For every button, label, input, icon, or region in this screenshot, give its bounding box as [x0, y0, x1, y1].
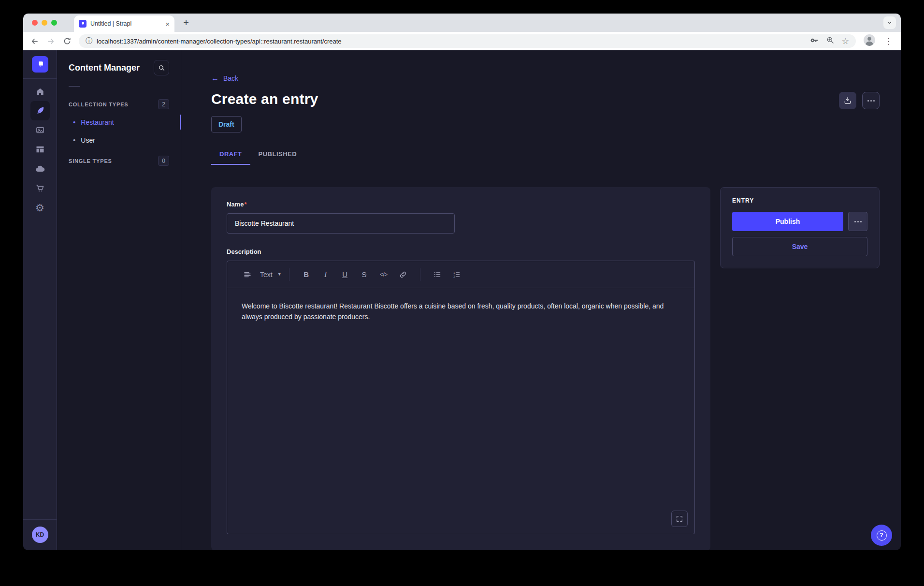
bullet-icon: •	[73, 136, 75, 144]
strapi-app: ⚙ KD Content Manager COLLECTION TYPES 2 …	[23, 50, 901, 550]
forward-nav-icon[interactable]	[46, 37, 56, 46]
name-input[interactable]	[227, 213, 455, 234]
browser-window: Untitled | Strapi × + ⓘ localhost:1337/a…	[23, 14, 901, 550]
link-button[interactable]	[395, 266, 411, 283]
collection-types-count-badge: 2	[158, 99, 169, 109]
save-button[interactable]: Save	[732, 237, 867, 256]
entry-more-button[interactable]	[848, 212, 867, 231]
description-editor: Text ▼ B I U S </>	[227, 261, 695, 534]
back-arrow-icon: ←	[211, 74, 219, 82]
url-text: localhost:1337/admin/content-manager/col…	[97, 38, 342, 45]
toolbar-divider	[420, 268, 420, 281]
search-button[interactable]	[154, 60, 169, 75]
more-dots-icon	[867, 100, 875, 102]
sidebar-item-label: Restaurant	[81, 118, 114, 126]
editor-text: Welcome to Biscotte restaurant! Restaura…	[242, 301, 680, 322]
subnav-title: Content Manager	[69, 63, 140, 73]
user-avatar[interactable]: KD	[32, 527, 48, 543]
browser-tab-strip: Untitled | Strapi × +	[23, 14, 901, 32]
back-link[interactable]: ← Back	[211, 74, 238, 82]
content-manager-subnav: Content Manager COLLECTION TYPES 2 • Res…	[57, 50, 181, 550]
nav-marketplace-cart-icon[interactable]	[30, 178, 50, 198]
bullet-icon: •	[73, 118, 75, 126]
single-types-count-badge: 0	[158, 156, 169, 166]
password-key-icon[interactable]	[809, 36, 819, 47]
editor-content-area[interactable]: Welcome to Biscotte restaurant! Restaura…	[227, 288, 694, 534]
main-nav-rail: ⚙ KD	[23, 50, 57, 550]
browser-tab[interactable]: Untitled | Strapi ×	[74, 15, 174, 32]
bookmark-star-icon[interactable]: ☆	[842, 37, 849, 45]
svg-text:2: 2	[453, 275, 455, 278]
strikethrough-button[interactable]: S	[356, 266, 373, 283]
collection-types-label: COLLECTION TYPES	[69, 102, 128, 107]
expand-editor-button[interactable]	[671, 511, 688, 527]
sidebar-item-restaurant[interactable]: • Restaurant	[69, 113, 169, 131]
strapi-favicon-icon	[79, 20, 87, 28]
page-title: Create an entry	[211, 91, 318, 107]
nav-footer-divider	[23, 519, 57, 520]
nav-home-icon[interactable]	[30, 82, 50, 101]
nav-content-manager-icon[interactable]	[30, 101, 50, 120]
window-controls	[32, 20, 57, 26]
zoom-window-button[interactable]	[51, 20, 57, 26]
back-nav-icon[interactable]	[30, 37, 39, 46]
single-types-label: SINGLE TYPES	[69, 158, 112, 164]
publish-button[interactable]: Publish	[732, 212, 843, 231]
italic-button[interactable]: I	[318, 266, 334, 283]
export-download-button[interactable]	[839, 92, 856, 109]
new-tab-button[interactable]: +	[180, 17, 192, 29]
question-mark-icon: ?	[877, 530, 887, 541]
ordered-list-button[interactable]: 12	[448, 266, 465, 283]
sidebar-item-label: User	[81, 136, 95, 144]
zoom-in-icon[interactable]	[826, 36, 835, 46]
help-button[interactable]: ?	[871, 525, 892, 546]
entry-side-panel: ENTRY Publish Save	[720, 187, 880, 268]
address-bar[interactable]: ⓘ localhost:1337/admin/content-manager/c…	[79, 34, 856, 48]
minimize-window-button[interactable]	[42, 20, 47, 26]
name-field-label: Name*	[227, 201, 246, 208]
tab-draft[interactable]: DRAFT	[211, 144, 250, 165]
profile-avatar-icon[interactable]	[863, 34, 876, 48]
tab-title: Untitled | Strapi	[90, 20, 161, 27]
toolbar-divider	[289, 268, 289, 281]
tab-search-chevron-icon[interactable]	[883, 16, 896, 29]
description-field-label: Description	[227, 248, 261, 255]
nav-divider	[23, 78, 57, 79]
close-window-button[interactable]	[32, 20, 38, 26]
version-tabs: DRAFT PUBLISHED	[211, 144, 880, 165]
tab-published[interactable]: PUBLISHED	[250, 144, 305, 165]
header-more-button[interactable]	[862, 92, 880, 109]
block-type-select[interactable]: Text ▼	[260, 271, 282, 278]
paragraph-styles-icon[interactable]	[239, 266, 256, 283]
nav-cloud-icon[interactable]	[30, 159, 50, 178]
reload-icon[interactable]	[63, 37, 72, 45]
site-info-icon[interactable]: ⓘ	[86, 37, 92, 45]
subnav-divider	[69, 86, 80, 87]
entry-form-panel: Name* Description Text ▼	[211, 187, 710, 550]
browser-toolbar: ⓘ localhost:1337/admin/content-manager/c…	[23, 32, 901, 50]
strapi-logo[interactable]	[32, 56, 48, 73]
required-asterisk: *	[244, 201, 246, 208]
sidebar-item-user[interactable]: • User	[69, 131, 169, 149]
entry-panel-title: ENTRY	[732, 197, 867, 204]
main-content: ← Back Create an entry Draft DRAFT PUBLI…	[181, 50, 901, 550]
back-label: Back	[223, 74, 238, 82]
code-button[interactable]: </>	[375, 266, 392, 283]
more-dots-icon	[854, 221, 862, 222]
status-badge: Draft	[211, 116, 242, 132]
editor-toolbar: Text ▼ B I U S </>	[227, 261, 694, 288]
chevron-down-icon: ▼	[277, 272, 282, 277]
block-type-value: Text	[260, 271, 273, 278]
underline-button[interactable]: U	[337, 266, 353, 283]
nav-content-type-builder-icon[interactable]	[30, 140, 50, 159]
bold-button[interactable]: B	[298, 266, 315, 283]
browser-menu-kebab-icon[interactable]: ⋮	[883, 36, 894, 46]
svg-text:1: 1	[453, 271, 455, 274]
tab-close-icon[interactable]: ×	[165, 20, 170, 28]
nav-settings-gear-icon[interactable]: ⚙	[30, 198, 50, 217]
bullet-list-button[interactable]	[429, 266, 446, 283]
nav-media-library-icon[interactable]	[30, 120, 50, 140]
